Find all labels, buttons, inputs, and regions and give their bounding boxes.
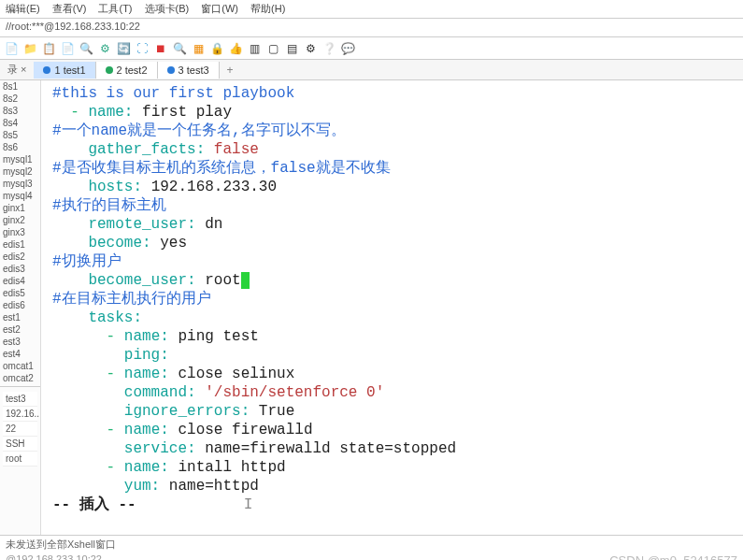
window-icon[interactable]: ▢ — [265, 41, 280, 56]
tab-test1[interactable]: 1 test1 — [34, 62, 95, 79]
sidebar-item[interactable]: 8s6 — [0, 141, 40, 153]
sidebar-item[interactable]: 8s4 — [0, 117, 40, 129]
sidebar-item[interactable]: est3 — [0, 336, 40, 348]
address-bar[interactable]: //root:***@192.168.233.10:22 — [0, 19, 743, 37]
record-control[interactable]: 录 × — [0, 63, 34, 77]
sidebar-item[interactable]: est1 — [0, 311, 40, 323]
grid-icon[interactable]: ▦ — [191, 41, 206, 56]
tab-bar: 录 × 1 test1 2 test2 3 test3 + — [0, 60, 743, 80]
columns-icon[interactable]: ▤ — [284, 41, 299, 56]
status-dot-icon — [106, 66, 113, 74]
session-sidebar: 8s1 8s2 8s3 8s4 8s5 8s6 mysql1 mysql2 my… — [0, 80, 41, 535]
sidebar-item[interactable]: edis1 — [0, 238, 40, 251]
text-cursor-icon: I — [244, 496, 253, 513]
sidebar-item[interactable]: est4 — [0, 348, 40, 360]
copy-icon[interactable]: 📋 — [41, 41, 56, 56]
status-dot-icon — [167, 66, 175, 74]
sidebar-item[interactable]: mysql1 — [0, 153, 40, 165]
sidebar-item[interactable]: ginx2 — [0, 214, 40, 226]
info-user: root — [3, 452, 37, 467]
vim-mode: -- 插入 -- — [52, 496, 136, 513]
add-tab-button[interactable]: + — [220, 64, 241, 77]
sidebar-item[interactable]: omcat1 — [0, 360, 40, 372]
status-dot-icon — [43, 66, 50, 74]
footer-bar: @192.168.233.10:22 CSDN @m0_52416577 — [0, 552, 743, 560]
stop-icon[interactable]: ⏹ — [153, 41, 168, 56]
thumbs-icon[interactable]: 👍 — [228, 41, 243, 56]
menu-bar: 编辑(E) 查看(V) 工具(T) 选项卡(B) 窗口(W) 帮助(H) — [0, 0, 743, 19]
folder-icon[interactable]: 📁 — [22, 41, 37, 56]
reconnect-icon[interactable]: 🔄 — [116, 41, 131, 56]
props-icon[interactable]: ⚙ — [97, 41, 112, 56]
toolbar: 📄 📁 📋 📄 🔍 ⚙ 🔄 ⛶ ⏹ 🔍 ▦ 🔒 👍 ▥ ▢ ▤ ⚙ ❔ 💬 — [0, 37, 743, 60]
help-icon[interactable]: ❔ — [321, 41, 336, 56]
new-session-icon[interactable]: 📄 — [4, 41, 19, 56]
sidebar-item[interactable]: 8s1 — [0, 80, 40, 93]
cursor — [241, 272, 250, 289]
sidebar-item[interactable]: mysql2 — [0, 165, 40, 178]
lock-icon[interactable]: 🔒 — [209, 41, 224, 56]
sidebar-item[interactable]: mysql4 — [0, 190, 40, 202]
chat-icon[interactable]: 💬 — [340, 41, 355, 56]
menu-edit[interactable]: 编辑(E) — [6, 3, 40, 14]
info-port: 22 — [3, 422, 37, 437]
menu-view[interactable]: 查看(V) — [52, 3, 87, 14]
info-host: 192.16... — [3, 407, 37, 422]
sidebar-item[interactable]: ginx3 — [0, 226, 40, 238]
sidebar-item[interactable]: edis4 — [0, 275, 40, 287]
search-icon[interactable]: 🔍 — [79, 41, 93, 56]
sidebar-item[interactable]: edis6 — [0, 299, 40, 311]
terminal-editor[interactable]: #this is our first playbook - name: firs… — [41, 80, 743, 535]
info-protocol: SSH — [3, 437, 37, 452]
gear-icon[interactable]: ⚙ — [303, 41, 318, 56]
menu-help[interactable]: 帮助(H) — [250, 3, 285, 14]
tab-test3[interactable]: 3 test3 — [158, 62, 220, 79]
sidebar-item[interactable]: 8s2 — [0, 93, 40, 105]
sidebar-item[interactable]: ginx1 — [0, 202, 40, 214]
zoom-icon[interactable]: 🔍 — [172, 41, 187, 56]
tab-test2[interactable]: 2 test2 — [96, 62, 158, 79]
layout-icon[interactable]: ▥ — [247, 41, 262, 56]
sidebar-item[interactable]: 8s5 — [0, 129, 40, 141]
sidebar-item[interactable]: edis2 — [0, 251, 40, 263]
sidebar-item[interactable]: 8s3 — [0, 105, 40, 117]
menu-tools[interactable]: 工具(T) — [98, 3, 132, 14]
sidebar-item[interactable]: omcat2 — [0, 372, 40, 384]
sidebar-item[interactable]: edis5 — [0, 287, 40, 299]
sidebar-item[interactable]: edis3 — [0, 263, 40, 275]
info-name: test3 — [3, 392, 37, 407]
sidebar-item[interactable]: est2 — [0, 323, 40, 336]
status-bar: 未发送到全部Xshell窗口 — [0, 535, 743, 552]
footer-connection: @192.168.233.10:22 — [6, 553, 102, 560]
menu-window[interactable]: 窗口(W) — [201, 3, 238, 14]
watermark: CSDN @m0_52416577 — [609, 553, 737, 560]
paste-icon[interactable]: 📄 — [60, 41, 75, 56]
fullscreen-icon[interactable]: ⛶ — [135, 41, 150, 56]
menu-tabs[interactable]: 选项卡(B) — [145, 3, 190, 14]
sidebar-item[interactable]: mysql3 — [0, 178, 40, 190]
